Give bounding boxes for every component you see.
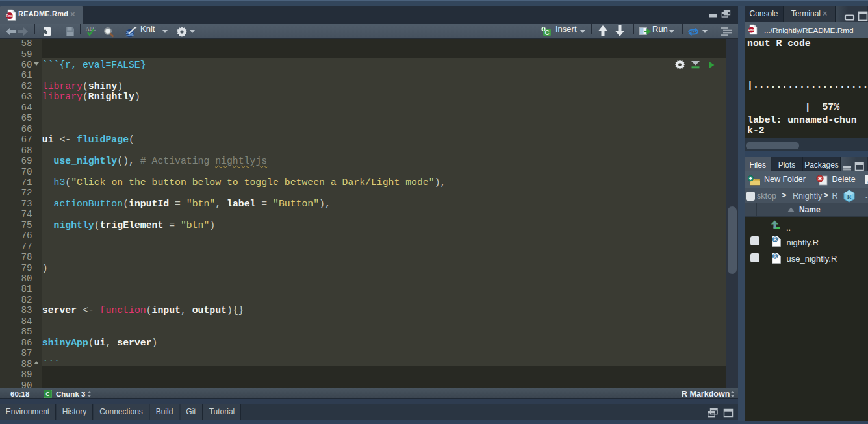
svg-text:C: C [545,29,550,36]
svg-text:R: R [773,236,777,242]
svg-text:Rmd: Rmd [748,29,754,32]
svg-text:R: R [847,193,852,200]
svg-text:Rmd: Rmd [6,14,13,18]
svg-text:C: C [45,391,50,397]
svg-text:R: R [773,253,777,259]
svg-text:ABC: ABC [86,26,96,32]
